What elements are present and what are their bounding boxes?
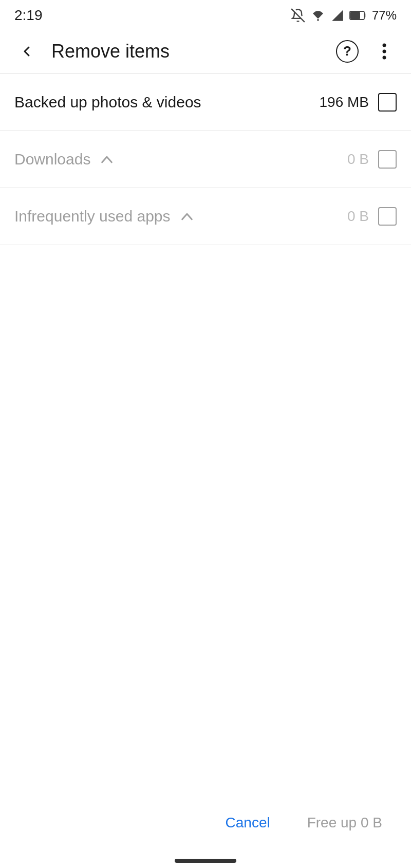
backed-up-photos-item[interactable]: Backed up photos & videos 196 MB xyxy=(0,74,411,131)
svg-marker-2 xyxy=(332,10,343,21)
svg-line-0 xyxy=(291,9,305,22)
signal-icon xyxy=(331,9,344,22)
backed-up-photos-right: 196 MB xyxy=(320,93,397,112)
help-icon: ? xyxy=(336,40,359,63)
nav-indicator xyxy=(175,859,236,863)
app-bar-actions: ? xyxy=(331,35,401,68)
cancel-button[interactable]: Cancel xyxy=(217,808,278,837)
back-button[interactable] xyxy=(10,35,43,68)
infrequently-used-apps-chevron-icon xyxy=(180,212,194,221)
backed-up-photos-size: 196 MB xyxy=(320,94,369,110)
status-time: 2:19 xyxy=(14,7,43,24)
wifi-icon xyxy=(310,9,326,22)
status-bar: 2:19 77% xyxy=(0,0,411,29)
infrequently-used-apps-right: 0 B xyxy=(347,207,397,226)
downloads-item[interactable]: Downloads 0 B xyxy=(0,131,411,188)
backed-up-photos-left: Backed up photos & videos xyxy=(14,94,201,111)
infrequently-used-apps-size: 0 B xyxy=(347,208,369,225)
backed-up-photos-label: Backed up photos & videos xyxy=(14,94,201,111)
svg-point-7 xyxy=(383,56,386,59)
infrequently-used-apps-left: Infrequently used apps xyxy=(14,208,194,225)
back-arrow-icon xyxy=(18,43,35,60)
infrequently-used-apps-section: Infrequently used apps 0 B xyxy=(0,188,411,245)
svg-point-6 xyxy=(383,49,386,53)
page-title: Remove items xyxy=(43,41,331,62)
downloads-right: 0 B xyxy=(347,150,397,169)
svg-rect-4 xyxy=(350,12,360,19)
downloads-left: Downloads xyxy=(14,151,114,168)
more-vert-icon xyxy=(382,42,386,61)
svg-point-1 xyxy=(317,19,319,21)
battery-level: 77% xyxy=(372,8,397,23)
battery-icon xyxy=(349,10,367,21)
downloads-label: Downloads xyxy=(14,151,90,168)
status-icons: 77% xyxy=(291,8,397,23)
muted-bell-icon xyxy=(291,8,305,23)
infrequently-used-apps-label: Infrequently used apps xyxy=(14,208,171,225)
infrequently-used-apps-item[interactable]: Infrequently used apps 0 B xyxy=(0,188,411,245)
downloads-chevron-icon xyxy=(100,155,114,164)
downloads-checkbox[interactable] xyxy=(378,150,397,169)
infrequently-used-apps-checkbox[interactable] xyxy=(378,207,397,226)
free-up-button[interactable]: Free up 0 B xyxy=(299,808,390,837)
downloads-size: 0 B xyxy=(347,151,369,168)
backed-up-photos-checkbox[interactable] xyxy=(378,93,397,112)
svg-point-5 xyxy=(383,43,386,47)
help-button[interactable]: ? xyxy=(331,35,364,68)
bottom-bar: Cancel Free up 0 B xyxy=(0,798,411,847)
app-bar: Remove items ? xyxy=(0,29,411,74)
content-area xyxy=(0,245,411,708)
more-options-button[interactable] xyxy=(368,35,401,68)
backed-up-photos-section: Backed up photos & videos 196 MB xyxy=(0,74,411,131)
downloads-section: Downloads 0 B xyxy=(0,131,411,188)
